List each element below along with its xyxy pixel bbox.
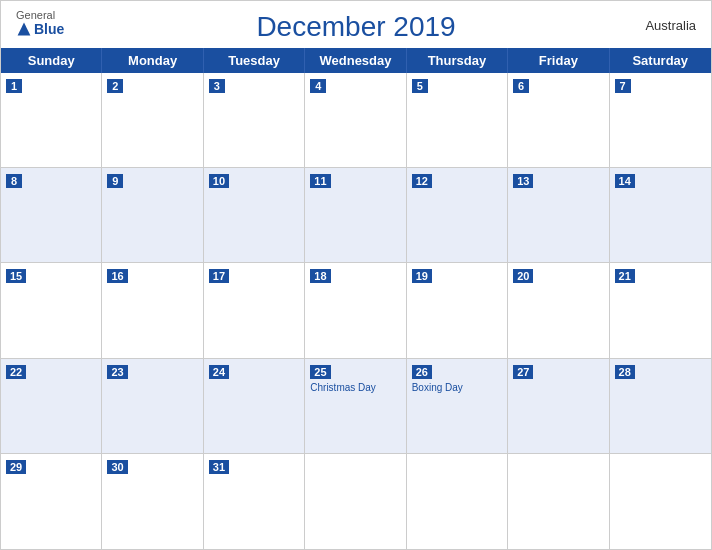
calendar-day-cell: 26Boxing Day (407, 359, 508, 454)
calendar-day-cell (305, 454, 406, 549)
calendar-day-cell: 28 (610, 359, 711, 454)
day-number: 10 (209, 174, 229, 188)
calendar-day-cell: 13 (508, 168, 609, 263)
calendar-day-cell: 4 (305, 73, 406, 168)
holiday-label: Boxing Day (412, 382, 502, 393)
calendar-header: General Blue December 2019 Australia (1, 1, 711, 48)
calendar-day-cell: 3 (204, 73, 305, 168)
calendar-grid: 1234567891011121314151617181920212223242… (1, 73, 711, 549)
calendar-day-cell: 19 (407, 263, 508, 358)
calendar-day-cell: 12 (407, 168, 508, 263)
calendar-day-cell: 1 (1, 73, 102, 168)
calendar-day-cell: 30 (102, 454, 203, 549)
calendar-day-cell: 17 (204, 263, 305, 358)
day-number: 15 (6, 269, 26, 283)
day-saturday: Saturday (610, 48, 711, 73)
day-number: 25 (310, 365, 330, 379)
day-number: 23 (107, 365, 127, 379)
calendar-day-cell: 9 (102, 168, 203, 263)
day-number: 30 (107, 460, 127, 474)
calendar-day-cell: 24 (204, 359, 305, 454)
logo-general-text: General (16, 9, 55, 21)
day-number: 22 (6, 365, 26, 379)
calendar-day-cell: 8 (1, 168, 102, 263)
calendar-day-cell (407, 454, 508, 549)
calendar-day-cell: 22 (1, 359, 102, 454)
calendar-day-cell: 21 (610, 263, 711, 358)
holiday-label: Christmas Day (310, 382, 400, 393)
calendar-day-cell: 2 (102, 73, 203, 168)
calendar-day-cell: 20 (508, 263, 609, 358)
day-number: 21 (615, 269, 635, 283)
calendar-day-cell: 27 (508, 359, 609, 454)
day-number: 5 (412, 79, 428, 93)
day-number: 9 (107, 174, 123, 188)
calendar-day-cell: 6 (508, 73, 609, 168)
logo-icon (16, 21, 32, 37)
calendar-day-cell (508, 454, 609, 549)
day-number: 12 (412, 174, 432, 188)
day-number: 20 (513, 269, 533, 283)
calendar-day-cell: 5 (407, 73, 508, 168)
calendar-day-cell: 18 (305, 263, 406, 358)
day-tuesday: Tuesday (204, 48, 305, 73)
day-number: 26 (412, 365, 432, 379)
day-number: 29 (6, 460, 26, 474)
day-number: 11 (310, 174, 330, 188)
svg-marker-0 (18, 23, 31, 36)
calendar-day-cell (610, 454, 711, 549)
calendar-day-cell: 7 (610, 73, 711, 168)
calendar-day-cell: 10 (204, 168, 305, 263)
calendar-day-cell: 23 (102, 359, 203, 454)
day-thursday: Thursday (407, 48, 508, 73)
day-number: 28 (615, 365, 635, 379)
day-number: 8 (6, 174, 22, 188)
day-number: 6 (513, 79, 529, 93)
country-label: Australia (645, 17, 696, 32)
day-number: 3 (209, 79, 225, 93)
month-title: December 2019 (256, 11, 455, 43)
day-number: 17 (209, 269, 229, 283)
day-number: 7 (615, 79, 631, 93)
day-sunday: Sunday (1, 48, 102, 73)
day-monday: Monday (102, 48, 203, 73)
day-number: 2 (107, 79, 123, 93)
calendar: General Blue December 2019 Australia Sun… (0, 0, 712, 550)
day-number: 24 (209, 365, 229, 379)
calendar-day-cell: 16 (102, 263, 203, 358)
day-number: 27 (513, 365, 533, 379)
day-number: 31 (209, 460, 229, 474)
logo-blue-text: Blue (16, 21, 64, 37)
day-number: 4 (310, 79, 326, 93)
day-number: 19 (412, 269, 432, 283)
day-number: 16 (107, 269, 127, 283)
day-number: 18 (310, 269, 330, 283)
logo: General Blue (16, 9, 64, 37)
day-friday: Friday (508, 48, 609, 73)
calendar-day-cell: 31 (204, 454, 305, 549)
calendar-day-cell: 11 (305, 168, 406, 263)
calendar-day-cell: 29 (1, 454, 102, 549)
calendar-day-cell: 25Christmas Day (305, 359, 406, 454)
day-number: 1 (6, 79, 22, 93)
calendar-day-cell: 15 (1, 263, 102, 358)
day-number: 13 (513, 174, 533, 188)
days-of-week-header: Sunday Monday Tuesday Wednesday Thursday… (1, 48, 711, 73)
calendar-day-cell: 14 (610, 168, 711, 263)
day-wednesday: Wednesday (305, 48, 406, 73)
day-number: 14 (615, 174, 635, 188)
